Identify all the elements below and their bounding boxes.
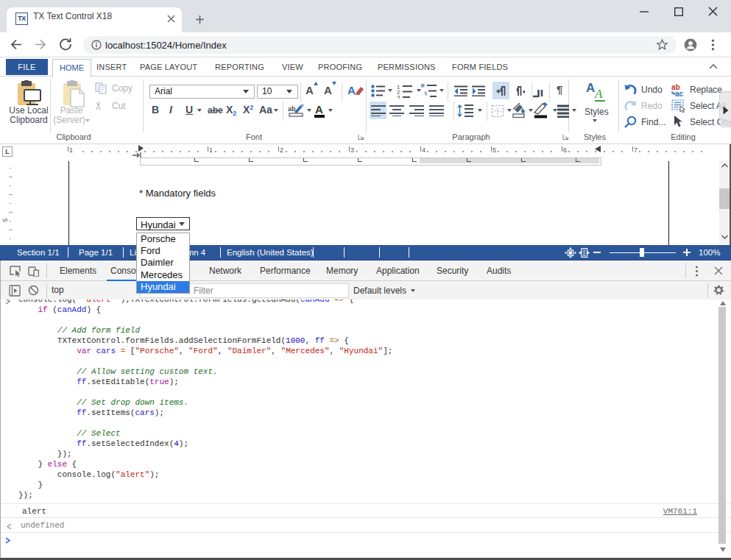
svg-text:ac: ac <box>675 90 684 96</box>
svg-text:3: 3 <box>397 94 400 99</box>
svg-text:ab: ab <box>288 105 296 113</box>
